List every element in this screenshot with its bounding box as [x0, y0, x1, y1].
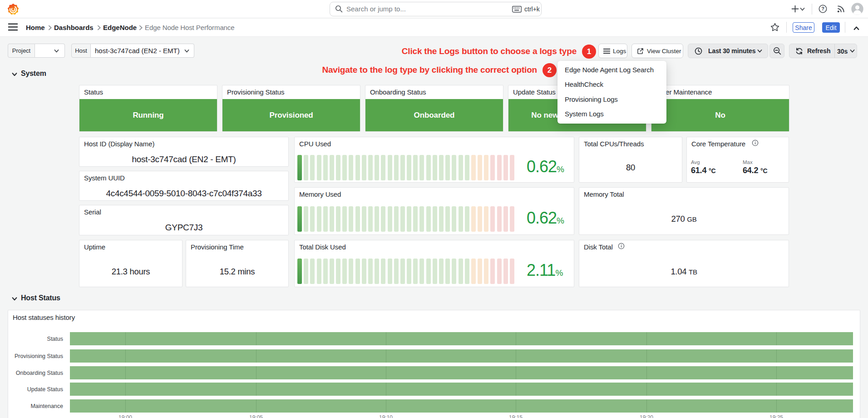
svg-text:?: ?: [821, 6, 824, 11]
